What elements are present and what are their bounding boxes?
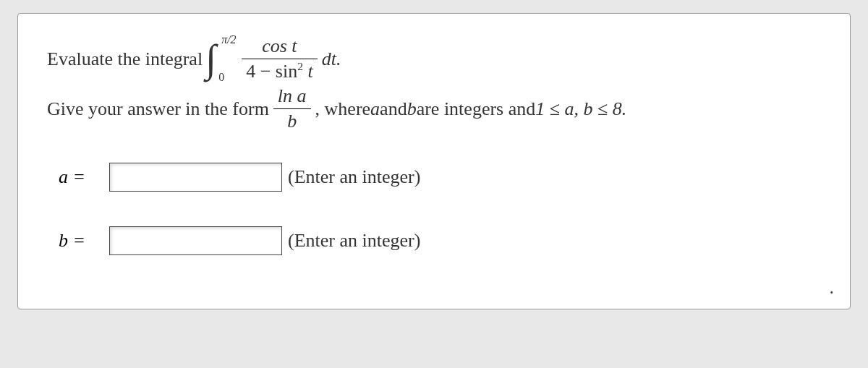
label-b: b = bbox=[59, 230, 109, 252]
eval-text: Evaluate the integral bbox=[47, 48, 203, 70]
fraction-bar-icon bbox=[273, 108, 311, 109]
problem-line-1: Evaluate the integral ∫ π/2 0 cos t 4 − … bbox=[47, 35, 821, 82]
problem-container: Evaluate the integral ∫ π/2 0 cos t 4 − … bbox=[17, 13, 851, 309]
hint-a: (Enter an integer) bbox=[288, 166, 420, 188]
integral-expression: ∫ π/2 0 bbox=[205, 36, 234, 82]
and-text: and bbox=[380, 98, 407, 120]
label-a: a = bbox=[59, 166, 109, 188]
give-answer-text: Give your answer in the form bbox=[47, 98, 269, 120]
hint-b: (Enter an integer) bbox=[288, 230, 420, 252]
var-b-text: b bbox=[407, 98, 417, 120]
answer-row-a: a = (Enter an integer) bbox=[59, 163, 821, 192]
integrand-denominator: 4 − sin2 t bbox=[242, 61, 318, 82]
answer-form-denominator: b bbox=[283, 111, 301, 132]
integrand-fraction: cos t 4 − sin2 t bbox=[242, 35, 318, 82]
input-a[interactable] bbox=[109, 163, 282, 192]
integrand-numerator: cos t bbox=[258, 35, 301, 57]
integral-sign: ∫ π/2 0 bbox=[205, 36, 234, 82]
fraction-bar-icon bbox=[242, 59, 318, 59]
den-right: t bbox=[303, 61, 313, 82]
problem-line-2: Give your answer in the form ln a b , wh… bbox=[47, 85, 821, 132]
corner-mark: . bbox=[830, 277, 835, 299]
answer-form-numerator: ln a bbox=[273, 85, 311, 107]
dt-text: dt. bbox=[322, 48, 341, 70]
integral-symbol-icon: ∫ bbox=[205, 39, 216, 78]
answer-form-fraction: ln a b bbox=[273, 85, 311, 132]
inequality-text: 1 ≤ a, b ≤ 8. bbox=[535, 98, 626, 120]
integral-upper-limit: π/2 bbox=[221, 33, 236, 46]
den-left: 4 − sin bbox=[246, 61, 297, 82]
where-text: , where bbox=[315, 98, 371, 120]
den-exponent: 2 bbox=[297, 60, 303, 72]
input-b[interactable] bbox=[109, 226, 282, 255]
answer-row-b: b = (Enter an integer) bbox=[59, 226, 821, 255]
var-a-text: a bbox=[370, 98, 380, 120]
integral-lower-limit: 0 bbox=[218, 71, 224, 84]
integers-text: are integers and bbox=[417, 98, 536, 120]
